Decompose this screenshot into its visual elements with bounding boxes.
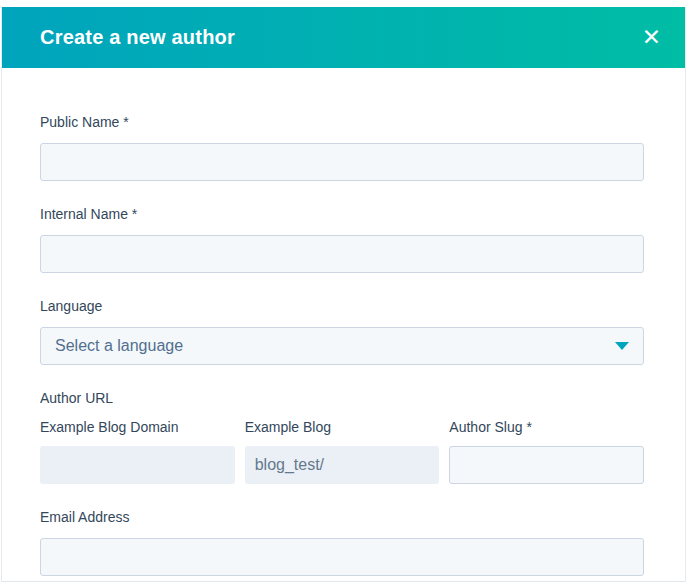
author-url-label: Author URL <box>40 390 644 407</box>
modal-header: Create a new author ✕ <box>2 7 685 68</box>
author-url-row: Example Blog Domain Example Blog Author … <box>40 419 644 484</box>
email-address-input[interactable] <box>40 538 644 576</box>
example-blog-col: Example Blog <box>245 419 440 484</box>
modal-body: Public Name * Internal Name * Language S… <box>2 68 685 576</box>
chevron-down-icon <box>615 342 629 350</box>
internal-name-input[interactable] <box>40 235 644 273</box>
author-slug-label: Author Slug * <box>449 419 644 436</box>
create-author-modal: Create a new author ✕ Public Name * Inte… <box>1 7 686 582</box>
author-slug-input[interactable] <box>449 446 644 484</box>
author-url-group: Author URL Example Blog Domain Example B… <box>40 390 644 484</box>
public-name-label: Public Name * <box>40 114 644 131</box>
author-slug-col: Author Slug * <box>449 419 644 484</box>
language-select[interactable]: Select a language <box>40 327 644 365</box>
example-blog-label: Example Blog <box>245 419 440 436</box>
email-address-label: Email Address <box>40 509 644 526</box>
public-name-input[interactable] <box>40 143 644 181</box>
example-blog-input <box>245 446 440 484</box>
internal-name-label: Internal Name * <box>40 206 644 223</box>
internal-name-group: Internal Name * <box>40 206 644 273</box>
example-blog-domain-label: Example Blog Domain <box>40 419 235 436</box>
language-group: Language Select a language <box>40 298 644 365</box>
language-label: Language <box>40 298 644 315</box>
modal-title: Create a new author <box>40 26 235 49</box>
close-icon[interactable]: ✕ <box>638 24 665 51</box>
language-select-value: Select a language <box>55 337 183 355</box>
public-name-group: Public Name * <box>40 114 644 181</box>
example-blog-domain-col: Example Blog Domain <box>40 419 235 484</box>
email-address-group: Email Address <box>40 509 644 576</box>
example-blog-domain-input <box>40 446 235 484</box>
